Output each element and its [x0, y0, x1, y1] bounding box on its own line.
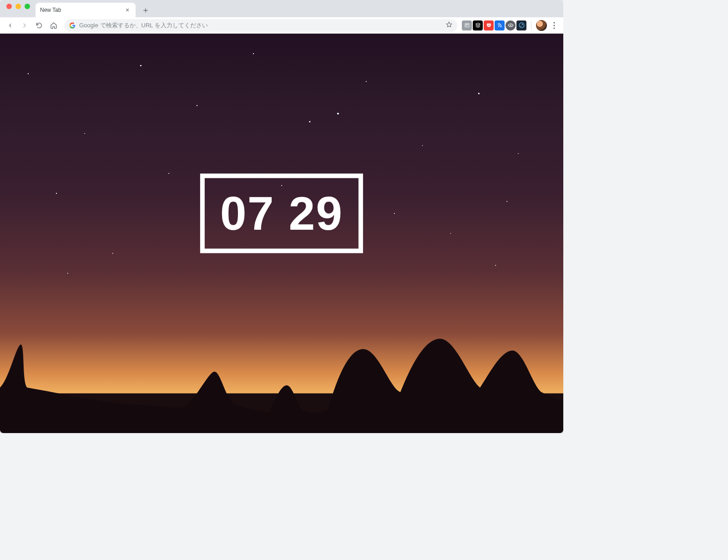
google-g-icon [69, 22, 76, 29]
close-tab-button[interactable]: × [124, 6, 131, 14]
svg-point-6 [521, 24, 522, 25]
extension-rss[interactable] [495, 20, 505, 30]
clock-hours: 07 [220, 187, 275, 240]
clock-text: 07 29 [220, 187, 343, 241]
toolbar [0, 17, 563, 34]
steam-icon [519, 22, 525, 28]
chrome-menu-button[interactable] [549, 20, 560, 31]
svg-point-5 [519, 23, 524, 28]
minimize-window-button[interactable] [15, 4, 21, 9]
eye-icon [508, 22, 514, 28]
svg-point-7 [520, 26, 521, 27]
maximize-window-button[interactable] [25, 4, 30, 9]
close-window-button[interactable] [6, 4, 12, 9]
extension-pocket[interactable] [484, 20, 494, 30]
newspaper-icon [464, 22, 470, 28]
omnibox[interactable] [65, 19, 457, 32]
reload-icon [35, 22, 43, 29]
profile-avatar[interactable] [536, 20, 547, 31]
window-controls [4, 4, 33, 14]
extension-eye[interactable] [506, 20, 516, 30]
svg-point-8 [553, 22, 555, 23]
browser-window: New Tab × ＋ [0, 0, 563, 433]
extension-newspaper[interactable] [462, 20, 472, 30]
toolbar-divider [531, 21, 531, 30]
back-button[interactable] [4, 19, 16, 32]
rss-icon [497, 22, 503, 28]
extension-steam[interactable] [516, 20, 526, 30]
reload-button[interactable] [33, 19, 46, 32]
omnibox-input[interactable] [79, 22, 442, 29]
home-button[interactable] [47, 19, 60, 32]
home-icon [50, 22, 57, 29]
extensions-row [462, 20, 526, 30]
tab-active[interactable]: New Tab × [35, 3, 136, 17]
tab-strip: New Tab × ＋ [0, 0, 563, 17]
kebab-icon [553, 22, 555, 29]
bookmark-star-button[interactable] [445, 21, 453, 30]
svg-point-4 [510, 25, 511, 26]
extension-buffer[interactable] [473, 20, 483, 30]
clock-minutes: 29 [288, 187, 343, 240]
forward-button[interactable] [18, 19, 31, 32]
svg-point-9 [553, 25, 555, 26]
new-tab-content: 07 29 [0, 34, 563, 433]
buffer-icon [475, 22, 481, 28]
star-icon [445, 21, 453, 28]
new-tab-button[interactable]: ＋ [139, 4, 152, 16]
arrow-left-icon [6, 22, 14, 29]
tab-title: New Tab [40, 7, 124, 13]
clock-widget: 07 29 [200, 174, 363, 253]
pocket-icon [486, 22, 492, 28]
arrow-right-icon [21, 22, 28, 29]
svg-point-3 [498, 26, 499, 27]
svg-point-10 [553, 27, 555, 29]
